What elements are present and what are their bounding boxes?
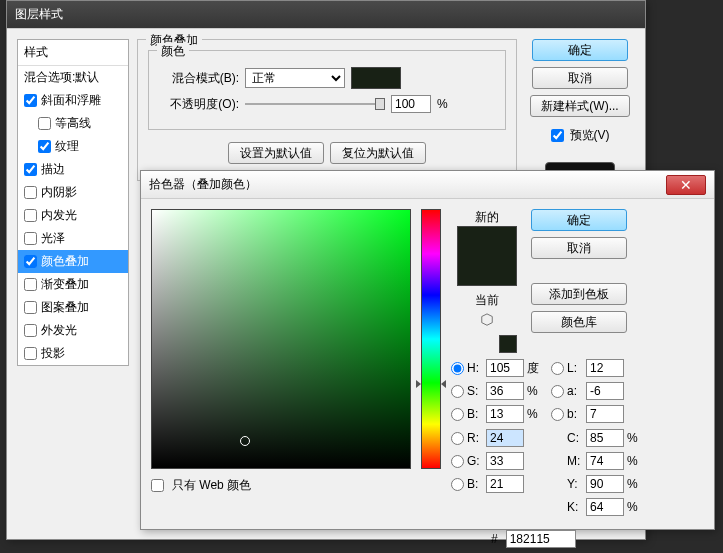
color-field[interactable] — [151, 209, 411, 469]
style-label: 纹理 — [55, 138, 79, 155]
style-label: 斜面和浮雕 — [41, 92, 101, 109]
style-item-11[interactable]: 外发光 — [18, 319, 128, 342]
web-only-checkbox[interactable] — [151, 479, 164, 492]
b-radio[interactable] — [551, 408, 564, 421]
style-checkbox[interactable] — [24, 209, 37, 222]
style-checkbox[interactable] — [24, 94, 37, 107]
opacity-label: 不透明度(O): — [159, 96, 239, 113]
subgroup-title: 颜色 — [157, 43, 189, 60]
titlebar: 图层样式 — [7, 1, 645, 29]
C-label: C: — [567, 431, 583, 445]
preview-label: 预览(V) — [570, 127, 610, 144]
style-checkbox[interactable] — [24, 163, 37, 176]
cmyk-col-row-C: C:% — [551, 429, 641, 447]
color-field-cursor — [240, 436, 250, 446]
style-item-9[interactable]: 渐变叠加 — [18, 273, 128, 296]
style-item-12[interactable]: 投影 — [18, 342, 128, 365]
style-label: 内发光 — [41, 207, 77, 224]
G-radio[interactable] — [451, 455, 464, 468]
style-item-8[interactable]: 颜色叠加 — [18, 250, 128, 273]
style-label: 等高线 — [55, 115, 91, 132]
a-input[interactable] — [586, 382, 624, 400]
color-subgroup: 颜色 混合模式(B): 正常 不透明度(O): % — [148, 50, 506, 130]
lab-col-row-L: L: — [551, 359, 641, 377]
L-input[interactable] — [586, 359, 624, 377]
opacity-input[interactable] — [391, 95, 431, 113]
style-item-2[interactable]: 等高线 — [18, 112, 128, 135]
styles-list: 样式 混合选项:默认斜面和浮雕等高线纹理描边内阴影内发光光泽颜色叠加渐变叠加图案… — [17, 39, 129, 366]
G-label: G: — [467, 454, 483, 468]
cancel-button[interactable]: 取消 — [532, 67, 628, 89]
titlebar: 拾色器（叠加颜色） ✕ — [141, 171, 714, 199]
cancel-button[interactable]: 取消 — [531, 237, 627, 259]
style-checkbox[interactable] — [24, 232, 37, 245]
style-item-7[interactable]: 光泽 — [18, 227, 128, 250]
style-checkbox[interactable] — [24, 278, 37, 291]
hsb-col-row-B: B:% — [451, 405, 541, 423]
style-item-3[interactable]: 纹理 — [18, 135, 128, 158]
preview-checkbox[interactable] — [551, 129, 564, 142]
S-radio[interactable] — [451, 385, 464, 398]
blend-mode-select[interactable]: 正常 — [245, 68, 345, 88]
style-item-0[interactable]: 混合选项:默认 — [18, 66, 128, 89]
S-input[interactable] — [486, 382, 524, 400]
color-library-button[interactable]: 颜色库 — [531, 311, 627, 333]
M-label: M: — [567, 454, 583, 468]
C-input[interactable] — [586, 429, 624, 447]
H-input[interactable] — [486, 359, 524, 377]
reset-default-button[interactable]: 复位为默认值 — [330, 142, 426, 164]
a-radio[interactable] — [551, 385, 564, 398]
G-input[interactable] — [486, 452, 524, 470]
opacity-unit: % — [437, 97, 448, 111]
color-picker-dialog: 拾色器（叠加颜色） ✕ 只有 Web 颜色 新的 当前 — [140, 170, 715, 530]
style-item-1[interactable]: 斜面和浮雕 — [18, 89, 128, 112]
styles-header: 样式 — [18, 40, 128, 66]
current-color-label: 当前 — [475, 292, 499, 309]
current-color-preview[interactable] — [499, 335, 517, 353]
style-checkbox[interactable] — [24, 301, 37, 314]
ok-button[interactable]: 确定 — [531, 209, 627, 231]
hue-arrow-icon — [441, 380, 446, 388]
style-label: 投影 — [41, 345, 65, 362]
b-input[interactable] — [586, 405, 624, 423]
lab-col-row-b: b: — [551, 405, 641, 423]
B-input[interactable] — [486, 475, 524, 493]
K-input[interactable] — [586, 498, 624, 516]
R-input[interactable] — [486, 429, 524, 447]
B-radio[interactable] — [451, 408, 464, 421]
a-label: a: — [567, 384, 583, 398]
B-label: B: — [467, 477, 483, 491]
blend-mode-label: 混合模式(B): — [159, 70, 239, 87]
style-checkbox[interactable] — [38, 140, 51, 153]
R-radio[interactable] — [451, 432, 464, 445]
Y-input[interactable] — [586, 475, 624, 493]
opacity-slider[interactable] — [245, 96, 385, 112]
ok-button[interactable]: 确定 — [532, 39, 628, 61]
B-input[interactable] — [486, 405, 524, 423]
style-item-6[interactable]: 内发光 — [18, 204, 128, 227]
style-item-4[interactable]: 描边 — [18, 158, 128, 181]
style-item-5[interactable]: 内阴影 — [18, 181, 128, 204]
add-swatch-button[interactable]: 添加到色板 — [531, 283, 627, 305]
hue-slider[interactable] — [421, 209, 441, 469]
style-checkbox[interactable] — [24, 186, 37, 199]
rgb-col-row-R: R: — [451, 429, 541, 447]
close-button[interactable]: ✕ — [666, 175, 706, 195]
style-checkbox[interactable] — [24, 255, 37, 268]
hex-input[interactable] — [506, 530, 576, 548]
new-style-button[interactable]: 新建样式(W)... — [530, 95, 629, 117]
style-checkbox[interactable] — [24, 324, 37, 337]
style-checkbox[interactable] — [38, 117, 51, 130]
S-unit: % — [527, 384, 541, 398]
H-unit: 度 — [527, 360, 541, 377]
color-swatch[interactable] — [351, 67, 401, 89]
set-default-button[interactable]: 设置为默认值 — [228, 142, 324, 164]
style-item-10[interactable]: 图案叠加 — [18, 296, 128, 319]
C-unit: % — [627, 431, 641, 445]
H-radio[interactable] — [451, 362, 464, 375]
B-radio[interactable] — [451, 478, 464, 491]
B-unit: % — [527, 407, 541, 421]
style-checkbox[interactable] — [24, 347, 37, 360]
L-radio[interactable] — [551, 362, 564, 375]
M-input[interactable] — [586, 452, 624, 470]
